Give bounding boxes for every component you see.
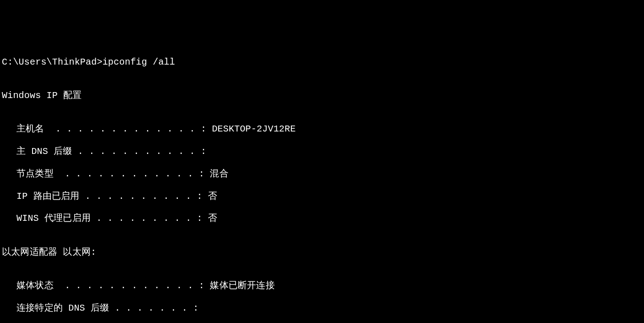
- host-node-type: 节点类型 . . . . . . . . . . . . : 混合: [2, 169, 644, 180]
- host-hostname: 主机名 . . . . . . . . . . . . . : DESKTOP-…: [2, 124, 644, 135]
- host-wins-proxy: WINS 代理已启用 . . . . . . . . . : 否: [2, 213, 644, 224]
- prompt-line: C:\Users\ThinkPad>ipconfig /all: [2, 57, 644, 68]
- ip-config-header: Windows IP 配置: [2, 90, 644, 101]
- host-ip-routing: IP 路由已启用 . . . . . . . . . . : 否: [2, 191, 644, 202]
- host-dns-suffix: 主 DNS 后缀 . . . . . . . . . . . :: [2, 146, 644, 157]
- adapter1-title: 以太网适配器 以太网:: [2, 247, 644, 258]
- adapter1-dns-suffix: 连接特定的 DNS 后缀 . . . . . . . :: [2, 303, 644, 314]
- terminal-output: C:\Users\ThinkPad>ipconfig /all Windows …: [2, 46, 644, 323]
- adapter1-media-state: 媒体状态 . . . . . . . . . . . . : 媒体已断开连接: [2, 280, 644, 291]
